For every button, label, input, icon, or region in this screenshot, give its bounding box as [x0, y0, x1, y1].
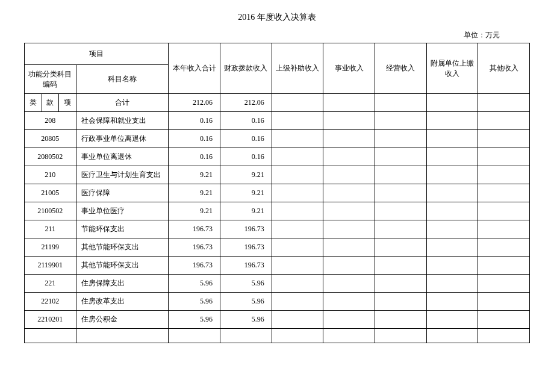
- cell-kuan: 款: [42, 94, 59, 112]
- cell-other: [478, 257, 530, 275]
- cell-income-total: 5.96: [169, 293, 220, 311]
- cell-other: [478, 112, 530, 130]
- cell-fiscal: 9.21: [220, 184, 272, 202]
- cell-fiscal: 0.16: [220, 130, 272, 148]
- cell-affiliated: [426, 238, 478, 257]
- header-operating: 经营收入: [375, 43, 427, 94]
- cell-affiliated: [426, 166, 478, 184]
- cell-fiscal: [220, 329, 272, 343]
- cell-code: 221: [25, 275, 76, 293]
- cell-operating: [375, 220, 427, 238]
- cell-fiscal: 196.73: [220, 220, 272, 238]
- cell-affiliated: [426, 220, 478, 238]
- cell-name: 住房改革支出: [76, 293, 169, 311]
- header-income-total: 本年收入合计: [169, 43, 220, 94]
- cell-fiscal: 196.73: [220, 257, 272, 275]
- header-superior: 上级补助收入: [272, 43, 323, 94]
- cell-income-total: [169, 329, 220, 343]
- cell-fiscal: 5.96: [220, 275, 272, 293]
- cell-affiliated: [426, 202, 478, 220]
- table-row: 类款项合计212.06212.06: [25, 94, 530, 112]
- cell-code: 2100502: [25, 202, 76, 220]
- cell-income-total: 196.73: [169, 220, 220, 238]
- cell-code: 21199: [25, 238, 76, 257]
- cell-affiliated: [426, 130, 478, 148]
- table-row: 22102住房改革支出5.965.96: [25, 293, 530, 311]
- header-func-code: 功能分类科目编码: [25, 65, 76, 94]
- cell-operating: [375, 94, 427, 112]
- cell-superior: [272, 329, 323, 343]
- cell-superior: [272, 112, 323, 130]
- cell-operating: [375, 293, 427, 311]
- cell-superior: [272, 238, 323, 257]
- cell-other: [478, 130, 530, 148]
- cell-name: 其他节能环保支出: [76, 257, 169, 275]
- cell-name: 事业单位医疗: [76, 202, 169, 220]
- header-fiscal: 财政拨款收入: [220, 43, 272, 94]
- table-row: 21005医疗保障9.219.21: [25, 184, 530, 202]
- cell-business: [323, 293, 375, 311]
- cell-fiscal: 212.06: [220, 94, 272, 112]
- cell-income-total: 9.21: [169, 184, 220, 202]
- cell-business: [323, 94, 375, 112]
- cell-affiliated: [426, 257, 478, 275]
- cell-code: 22102: [25, 293, 76, 311]
- cell-business: [323, 311, 375, 329]
- cell-affiliated: [426, 329, 478, 343]
- cell-superior: [272, 184, 323, 202]
- cell-affiliated: [426, 293, 478, 311]
- cell-other: [478, 202, 530, 220]
- cell-income-total: 196.73: [169, 257, 220, 275]
- cell-fiscal: 0.16: [220, 112, 272, 130]
- cell-name: 医疗保障: [76, 184, 169, 202]
- cell-operating: [375, 184, 427, 202]
- cell-other: [478, 293, 530, 311]
- cell-code: 2119901: [25, 257, 76, 275]
- cell-business: [323, 257, 375, 275]
- cell-income-total: 0.16: [169, 148, 220, 166]
- cell-name: 社会保障和就业支出: [76, 112, 169, 130]
- cell-other: [478, 166, 530, 184]
- cell-income-total: 212.06: [169, 94, 220, 112]
- cell-affiliated: [426, 112, 478, 130]
- cell-affiliated: [426, 94, 478, 112]
- cell-affiliated: [426, 275, 478, 293]
- cell-other: [478, 275, 530, 293]
- cell-affiliated: [426, 311, 478, 329]
- cell-business: [323, 202, 375, 220]
- cell-fiscal: 0.16: [220, 148, 272, 166]
- cell-name: 合计: [76, 94, 169, 112]
- cell-operating: [375, 112, 427, 130]
- income-table: 项目 本年收入合计 财政拨款收入 上级补助收入 事业收入 经营收入 附属单位上缴…: [24, 43, 530, 343]
- cell-business: [323, 220, 375, 238]
- cell-lei: 类: [25, 94, 42, 112]
- cell-other: [478, 148, 530, 166]
- cell-income-total: 0.16: [169, 112, 220, 130]
- cell-operating: [375, 329, 427, 343]
- cell-business: [323, 329, 375, 343]
- cell-operating: [375, 166, 427, 184]
- cell-code: 2210201: [25, 311, 76, 329]
- cell-fiscal: 9.21: [220, 202, 272, 220]
- table-row: 210医疗卫生与计划生育支出9.219.21: [25, 166, 530, 184]
- cell-affiliated: [426, 148, 478, 166]
- cell-xiang: 项: [59, 94, 76, 112]
- cell-operating: [375, 148, 427, 166]
- cell-code: 21005: [25, 184, 76, 202]
- cell-business: [323, 275, 375, 293]
- table-row: 21199其他节能环保支出196.73196.73: [25, 238, 530, 257]
- cell-name: 住房保障支出: [76, 275, 169, 293]
- cell-other: [478, 329, 530, 343]
- cell-income-total: 0.16: [169, 130, 220, 148]
- cell-income-total: 9.21: [169, 166, 220, 184]
- cell-name: 其他节能环保支出: [76, 238, 169, 257]
- cell-income-total: 9.21: [169, 202, 220, 220]
- table-row: 211节能环保支出196.73196.73: [25, 220, 530, 238]
- cell-operating: [375, 130, 427, 148]
- cell-business: [323, 166, 375, 184]
- cell-name: 节能环保支出: [76, 220, 169, 238]
- cell-superior: [272, 275, 323, 293]
- cell-code: [25, 329, 76, 343]
- cell-name: 事业单位离退休: [76, 148, 169, 166]
- cell-superior: [272, 311, 323, 329]
